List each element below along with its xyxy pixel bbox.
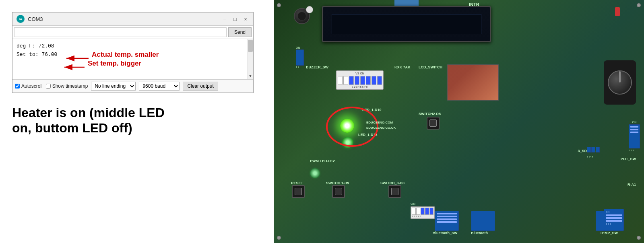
autoscroll-checkbox[interactable] bbox=[15, 84, 20, 89]
titlebar-left: ∞ COM3 bbox=[17, 15, 43, 23]
right-connectors: ON 1 2 3 bbox=[629, 121, 640, 152]
screw-bl bbox=[277, 236, 281, 240]
scroll-thumb[interactable] bbox=[248, 40, 253, 52]
led-d13 bbox=[342, 137, 353, 148]
timestamp-checkbox[interactable] bbox=[46, 84, 51, 89]
arduino-logo: ∞ bbox=[17, 15, 25, 23]
timestamp-group: Show timestamp bbox=[46, 83, 88, 89]
serial-toolbar: Autoscroll Show timestamp No line ending… bbox=[12, 79, 253, 93]
serial-input-row: Send bbox=[12, 26, 253, 39]
close-button[interactable]: × bbox=[242, 15, 249, 23]
bluetooth-sw-connector bbox=[435, 211, 459, 231]
autoscroll-label: Autoscroll bbox=[21, 83, 43, 89]
switch3-d3-button[interactable] bbox=[388, 185, 401, 198]
left-panel: ∞ COM3 − □ × Send deg F: 72.08 Set to: 7… bbox=[0, 0, 274, 243]
bluetooth-sw-label: Bluetooth_SW bbox=[433, 231, 458, 235]
lcd-switch-label: LCD_SWITCH bbox=[419, 65, 442, 69]
switch2-d8-button bbox=[427, 117, 440, 130]
educeeno-co-uk-label: EDUCEENO.CO.UK bbox=[366, 126, 396, 130]
serial-monitor-window: ∞ COM3 − □ × Send deg F: 72.08 Set to: 7… bbox=[12, 12, 254, 93]
pot-sw-label: POT_SW bbox=[621, 157, 636, 161]
minimize-button[interactable]: − bbox=[221, 15, 228, 23]
lcd-display bbox=[322, 6, 491, 42]
white-component bbox=[306, 6, 313, 13]
temp-sw-blue-connector: ON 1 2 3 bbox=[604, 209, 624, 231]
right-panel: VS ON 1 2 3 4 5 6 7 8 bbox=[274, 0, 644, 243]
r-a1-label: R-A1 bbox=[627, 183, 636, 187]
potentiometer bbox=[604, 60, 636, 105]
titlebar: ∞ COM3 − □ × bbox=[12, 12, 253, 26]
screw-br bbox=[637, 236, 641, 240]
reset-label: RESET bbox=[291, 181, 303, 185]
circuit-board: VS ON 1 2 3 4 5 6 7 8 bbox=[274, 0, 644, 243]
pot-knob bbox=[608, 70, 632, 95]
line-ending-select[interactable]: No line ending Newline Carriage return B… bbox=[91, 82, 136, 91]
heater-status-text: Heater is on (middle LED on, buttom LED … bbox=[12, 105, 254, 136]
heater-text-line1: Heater is on (middle LED bbox=[12, 105, 254, 120]
led-d10-label: LED_1-D10 bbox=[362, 108, 382, 112]
baud-rate-select[interactable]: 300 baud 1200 baud 9600 baud 115200 baud bbox=[139, 82, 180, 91]
output-line-1: deg F: 72.08 bbox=[17, 42, 244, 51]
temp-sw-label: TEMP_SW bbox=[600, 231, 618, 235]
kxk-label: KXK 7AK bbox=[394, 65, 411, 69]
reset-button[interactable] bbox=[292, 185, 305, 198]
send-button[interactable]: Send bbox=[228, 27, 252, 37]
autoscroll-group: Autoscroll bbox=[15, 83, 43, 89]
oled-display bbox=[447, 64, 499, 101]
window-title: COM3 bbox=[28, 16, 43, 22]
serial-input[interactable] bbox=[14, 27, 227, 37]
switch1-d9-inner bbox=[335, 188, 342, 195]
switch2-d8-label: SWITCH2-D8 bbox=[419, 112, 441, 116]
switch1-d9-label: SWITCH 1-D9 bbox=[326, 181, 349, 185]
maximize-button[interactable]: □ bbox=[231, 15, 239, 23]
output-line-2: Set to: 76.00 bbox=[17, 51, 244, 59]
led-d13-label: LED_1-D13 bbox=[358, 133, 378, 137]
heater-text-line2: on, buttom LED off) bbox=[12, 120, 254, 136]
switch3-d3-label: SWITCH_3-D3 bbox=[380, 181, 405, 185]
screw-tr bbox=[637, 3, 641, 7]
switch3-d3-inner bbox=[391, 188, 398, 195]
scroll-down-arrow[interactable]: ▼ bbox=[248, 74, 253, 79]
bluetooth-connector bbox=[471, 211, 495, 231]
switch2-d8-inner bbox=[429, 119, 437, 127]
clear-output-button[interactable]: Clear output bbox=[183, 82, 218, 91]
reset-button-inner bbox=[295, 188, 302, 195]
titlebar-controls: − □ × bbox=[221, 15, 249, 23]
timestamp-label: Show timestamp bbox=[52, 83, 88, 89]
red-component bbox=[615, 7, 620, 16]
left-connector-block: ON 1 2 bbox=[296, 46, 304, 68]
scrollbar[interactable]: ▲ ▼ bbox=[248, 39, 253, 79]
intro-label: INTR bbox=[469, 2, 479, 7]
switch1-d9-button[interactable] bbox=[332, 185, 345, 198]
green-led-d10 bbox=[340, 119, 354, 133]
pwm-led-d12 bbox=[310, 168, 320, 178]
sda-scl-connector: 1 2 3 bbox=[587, 147, 600, 160]
screw-tl bbox=[277, 3, 281, 7]
dip-switch-bank: VS ON 1 2 3 4 5 6 7 8 bbox=[336, 70, 384, 90]
buzzer-sw-label: BUZZER_SW bbox=[306, 65, 328, 69]
serial-output-area: deg F: 72.08 Set to: 76.00 ▲ ▼ bbox=[12, 39, 253, 79]
educeeno-com-label: EDUCEENO.COM bbox=[366, 121, 393, 124]
bluetooth-label: Bluetooth bbox=[471, 231, 488, 235]
pwm-led-label: PWM LED-D12 bbox=[310, 159, 335, 163]
on-dip-area: ON 1 2 3 4 5 bbox=[411, 202, 435, 219]
